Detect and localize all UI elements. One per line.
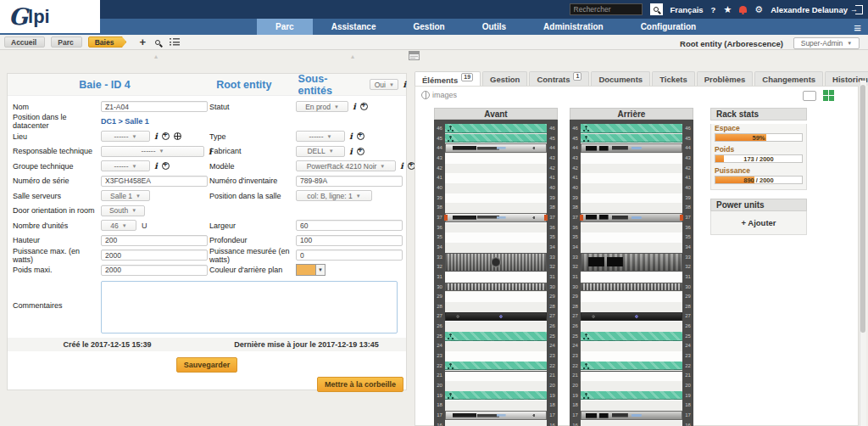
info-icon[interactable]: i <box>154 161 158 171</box>
info-icon[interactable]: i <box>154 132 158 141</box>
form-view-toggle-icon[interactable] <box>409 51 420 60</box>
field-input-left[interactable] <box>101 176 208 187</box>
add-item-icon[interactable]: + <box>139 36 146 48</box>
profile-select[interactable]: Super-Admin▼ <box>793 37 860 49</box>
field-input-right[interactable] <box>296 249 403 261</box>
breadcrumb-item-accueil[interactable]: Accueil <box>4 36 45 48</box>
info-icon[interactable]: i <box>403 80 406 89</box>
field-input-right[interactable] <box>296 235 403 246</box>
rack-item-front-u46[interactable] <box>445 124 547 133</box>
global-search-button[interactable] <box>650 3 663 15</box>
field-input-left[interactable] <box>101 249 208 261</box>
alert-bell-icon[interactable] <box>739 6 747 13</box>
rack-item-front-u37[interactable] <box>445 213 547 222</box>
rack-item-rear-u27[interactable] <box>581 312 682 322</box>
field-select-right[interactable]: PowerRack 4210 Noir▼ <box>296 160 396 171</box>
nav-tab-parc[interactable]: Parc <box>257 19 313 35</box>
nav-tab-administration[interactable]: Administration <box>525 19 622 35</box>
rack-item-rear-u44[interactable] <box>581 143 682 153</box>
logout-icon[interactable] <box>855 5 863 14</box>
rack-item-front-u19[interactable] <box>445 391 547 401</box>
field-select-right[interactable]: col: B, ligne: 1▼ <box>296 190 372 201</box>
help-link[interactable]: ? <box>711 5 716 14</box>
add-icon[interactable] <box>360 103 368 110</box>
rack-gridview-icon[interactable] <box>823 90 834 101</box>
list-view-icon[interactable] <box>170 38 180 46</box>
background-color-swatch[interactable] <box>296 264 316 276</box>
info-icon[interactable]: i <box>349 147 353 156</box>
rack-item-rear-u17[interactable] <box>581 411 682 420</box>
entity-tree-label[interactable]: Root entity (Arborescence) <box>680 39 783 48</box>
nav-tab-outils[interactable]: Outils <box>464 19 525 35</box>
field-select-left[interactable]: ------▼ <box>101 146 204 157</box>
nav-tab-configuration[interactable]: Configuration <box>622 19 715 35</box>
link-salle 1[interactable]: Salle 1 <box>125 117 149 126</box>
info-icon[interactable]: i <box>353 102 356 111</box>
info-icon[interactable]: i <box>349 132 353 141</box>
field-select-left[interactable]: ------▼ <box>101 160 150 171</box>
rack-item-front-u17[interactable] <box>445 411 547 420</box>
breadcrumb-item-baies[interactable]: Baies <box>88 36 127 48</box>
breadcrumb-item-parc[interactable]: Parc <box>51 36 81 48</box>
comments-textarea[interactable] <box>101 281 398 334</box>
rack-item-rear-u45[interactable] <box>581 134 682 143</box>
color-dropdown[interactable]: ▼ <box>316 264 326 276</box>
tab-problèmes[interactable]: Problèmes <box>697 71 754 86</box>
add-icon[interactable] <box>357 148 364 155</box>
tab-gestion[interactable]: Gestion <box>482 71 527 86</box>
add-icon[interactable] <box>162 132 170 140</box>
glpi-logo[interactable]: Glpi <box>0 0 100 33</box>
rack-item-front-u27[interactable] <box>445 312 547 322</box>
rack-item-front-u33[interactable] <box>445 253 547 272</box>
rack-item-front-u30[interactable] <box>445 283 547 292</box>
panel-scrollbar-thumb[interactable] <box>860 85 865 333</box>
add-icon[interactable] <box>357 132 364 140</box>
hamburger-menu-icon[interactable]: ≡ <box>854 20 861 35</box>
field-input-right[interactable] <box>296 176 403 187</box>
user-settings-gear-icon[interactable]: ⚙ <box>754 5 763 14</box>
rack-item-rear-u37[interactable] <box>581 213 682 222</box>
field-select-left[interactable]: ------▼ <box>101 131 150 142</box>
tab-changements[interactable]: Changements <box>754 71 823 86</box>
sub-entities-select[interactable]: Oui▼ <box>370 79 398 90</box>
field-select-left[interactable]: 46▼ <box>101 220 136 231</box>
tab-contrats[interactable]: Contrats1 <box>529 71 589 86</box>
rack-item-front-u22[interactable] <box>445 362 547 371</box>
field-select-left[interactable]: South▼ <box>101 205 145 216</box>
trash-button[interactable]: Mettre à la corbeille <box>317 377 403 392</box>
rack-item-rear-u46[interactable] <box>581 124 682 133</box>
rack-item-rear-u19[interactable] <box>581 391 682 401</box>
field-input-left[interactable] <box>101 101 208 112</box>
rack-item-rear-u33[interactable] <box>581 253 682 272</box>
field-select-left[interactable]: Salle 1▼ <box>101 190 150 201</box>
rack-item-front-u44[interactable] <box>445 143 547 153</box>
nav-tab-assistance[interactable]: Assistance <box>313 19 395 35</box>
images-toggle[interactable]: images <box>421 91 457 99</box>
save-button[interactable]: Sauvegarder <box>176 357 238 373</box>
info-icon[interactable]: i <box>400 161 403 171</box>
power-unit-add-button[interactable]: + Ajouter <box>711 211 806 234</box>
language-switch[interactable]: Français <box>670 5 704 14</box>
field-input-left[interactable] <box>101 265 208 276</box>
user-name[interactable]: Alexandre Delaunay <box>771 5 848 14</box>
search-list-icon[interactable] <box>155 40 160 45</box>
field-input-right[interactable] <box>296 220 403 231</box>
link-dc1[interactable]: DC1 <box>101 117 116 126</box>
field-input-left[interactable] <box>101 235 208 246</box>
field-select-right[interactable]: ------▼ <box>296 131 345 142</box>
add-icon[interactable] <box>162 162 170 170</box>
tab-documents[interactable]: Documents <box>591 71 650 86</box>
tab-tickets[interactable]: Tickets <box>652 71 695 86</box>
rack-item-rear-u25[interactable] <box>581 332 682 341</box>
rack-item-rear-u30[interactable] <box>581 283 682 292</box>
field-select-right[interactable]: DELL▼ <box>296 146 345 157</box>
location-globe-icon[interactable] <box>174 132 181 140</box>
bookmark-star-icon[interactable]: ★ <box>723 5 732 14</box>
rack-front-view[interactable]: 4645444342414039383736353433323130292827… <box>434 120 558 426</box>
rack-item-front-u45[interactable] <box>445 134 547 143</box>
rack-item-rear-u22[interactable] <box>581 362 682 371</box>
rack-listview-icon[interactable] <box>803 91 816 101</box>
field-select-right[interactable]: En prod▼ <box>296 101 348 112</box>
global-search-input[interactable] <box>570 3 643 15</box>
nav-tab-gestion[interactable]: Gestion <box>395 19 464 35</box>
